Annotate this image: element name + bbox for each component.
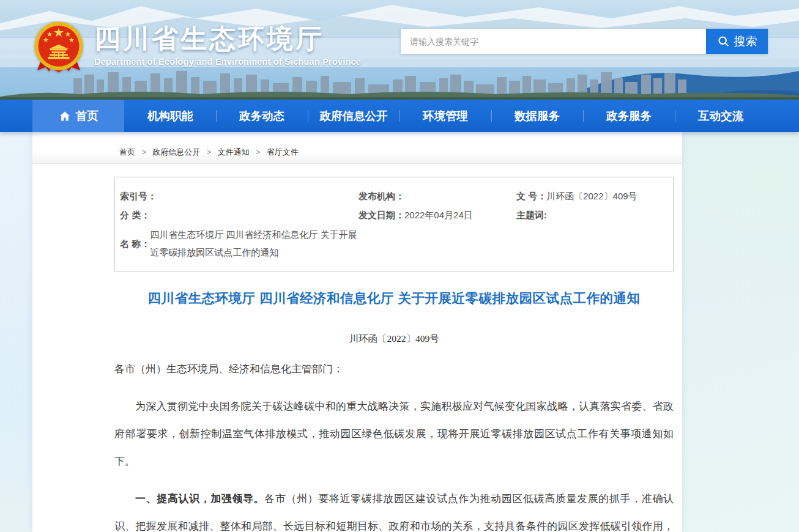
doc-agency-label: 发布机构： (359, 191, 404, 201)
doc-category-field: 分 类： (120, 205, 359, 224)
doc-keywords-label: 主题词: (516, 210, 547, 220)
breadcrumb: 首页 > 政府信息公开 > 文件通知 > 省厅文件 (32, 132, 682, 164)
nav-item-label: 首页 (76, 108, 98, 124)
doc-name-value: 四川省生态环境厅 四川省经济和信息化厅 关于开展近零碳排放园区试点工作的通知 (150, 226, 365, 261)
nav-item-label: 环境管理 (423, 108, 468, 124)
nav-item-home[interactable]: 首页 (32, 100, 124, 132)
doc-agency-field: 发布机构： (359, 187, 516, 205)
nav-item-info-disclosure[interactable]: 政府信息公开 (308, 100, 400, 132)
site-subtitle: Department of Ecology and Environment of… (94, 57, 361, 67)
nav-item-gov-services[interactable]: 政务服务 (583, 100, 675, 132)
nav-item-org-functions[interactable]: 机构职能 (124, 100, 216, 132)
breadcrumb-dept-files-link[interactable]: 省厅文件 (267, 147, 299, 157)
article-area: 索引号： 发布机构： 文 号：川环函〔2022〕409号 分 类： 发文日期：2… (32, 177, 682, 532)
doc-keywords-field: 主题词: (516, 205, 668, 224)
site-logo-brand[interactable]: 四川省生态环境厅 Department of Ecology and Envir… (32, 21, 361, 75)
doc-date-field: 发文日期：2022年04月24日 (359, 205, 516, 224)
site-title: 四川省生态环境厅 (94, 24, 361, 53)
nav-item-label: 数据服务 (515, 108, 560, 124)
breadcrumb-separator: > (207, 148, 211, 157)
nav-item-label: 互动交流 (698, 108, 743, 124)
article-paragraph: 为深入贯彻党中央国务院关于碳达峰碳中和的重大战略决策，实施积极应对气候变化国家战… (114, 393, 674, 475)
home-icon (59, 110, 71, 122)
doc-index-label: 索引号： (120, 191, 157, 201)
article-doc-number: 川环函〔2022〕409号 (114, 333, 674, 345)
doc-date-label: 发文日期： (359, 210, 404, 220)
nav-item-gov-news[interactable]: 政务动态 (216, 100, 308, 132)
article-title: 四川省生态环境厅 四川省经济和信息化厅 关于开展近零碳排放园区试点工作的通知 (114, 289, 674, 307)
search-button[interactable]: 搜索 (706, 29, 768, 54)
main-nav: 首页 机构职能 政务动态 政府信息公开 环境管理 数据服务 政务服务 互动交流 (0, 100, 799, 132)
breadcrumb-separator: > (142, 148, 146, 157)
article-salutation: 各市（州）生态环境局、经济和信息化主管部门： (114, 355, 674, 383)
doc-index-field: 索引号： (120, 187, 359, 205)
article-body: 各市（州）生态环境局、经济和信息化主管部门： 为深入贯彻党中央国务院关于碳达峰碳… (114, 355, 674, 532)
article-paragraph: 一、提高认识，加强领导。各市（州）要将近零碳排放园区建设试点作为推动园区低碳高质… (114, 485, 674, 532)
nav-item-label: 机构职能 (147, 108, 193, 124)
paragraph-lead-bold: 一、提高认识，加强领导。 (135, 493, 264, 504)
search-icon (717, 35, 730, 48)
content-card: 首页 > 政府信息公开 > 文件通知 > 省厅文件 索引号： 发布机构： 文 号… (32, 132, 682, 532)
breadcrumb-info-disclosure-link[interactable]: 政府信息公开 (152, 147, 200, 157)
search-button-label: 搜索 (734, 34, 757, 50)
nav-item-env-management[interactable]: 环境管理 (400, 100, 491, 132)
doc-name-label: 名 称： (120, 235, 150, 253)
breadcrumb-separator: > (256, 148, 260, 157)
nav-item-data-services[interactable]: 数据服务 (491, 100, 583, 132)
breadcrumb-home-link[interactable]: 首页 (119, 147, 135, 157)
nav-item-label: 政府信息公开 (320, 108, 388, 124)
doc-number-value: 川环函〔2022〕409号 (546, 191, 637, 201)
national-emblem-icon (32, 21, 86, 75)
doc-number-label: 文 号： (516, 191, 546, 201)
breadcrumb-file-notices-link[interactable]: 文件通知 (218, 147, 250, 157)
document-info-box: 索引号： 发布机构： 文 号：川环函〔2022〕409号 分 类： 发文日期：2… (114, 177, 674, 272)
nav-item-interaction[interactable]: 互动交流 (675, 100, 767, 132)
nav-item-label: 政务动态 (239, 108, 284, 124)
search-bar: 搜索 (401, 29, 768, 54)
doc-category-label: 分 类： (120, 210, 150, 220)
doc-number-field: 文 号：川环函〔2022〕409号 (516, 187, 668, 205)
search-input[interactable] (401, 29, 706, 54)
site-banner: 四川省生态环境厅 Department of Ecology and Envir… (0, 0, 799, 100)
doc-date-value: 2022年04月24日 (404, 210, 473, 220)
nav-item-label: 政务服务 (606, 108, 652, 124)
doc-name-field: 名 称： 四川省生态环境厅 四川省经济和信息化厅 关于开展近零碳排放园区试点工作… (120, 226, 668, 261)
